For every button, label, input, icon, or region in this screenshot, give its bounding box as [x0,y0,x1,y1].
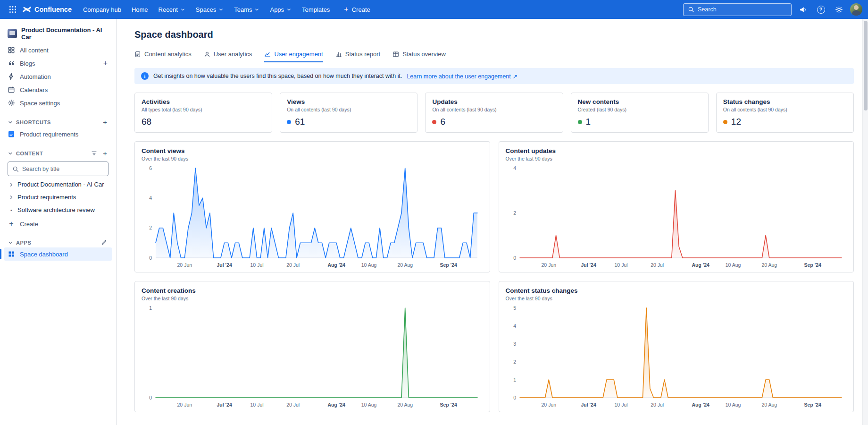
title-search-input[interactable] [22,166,104,172]
user-avatar[interactable] [850,3,862,16]
chart-line-icon [264,51,271,58]
nav-item-teams[interactable]: Teams [229,3,264,17]
tree-item-label: Software architecture review [17,206,95,213]
sidebar-item-label: Product requirements [20,131,108,138]
svg-text:0: 0 [513,395,516,400]
stat-card-activities: ActivitiesAll types total (last 90 days)… [134,93,272,133]
tab-user-analytics[interactable]: User analytics [204,51,252,62]
add-icon[interactable]: + [102,60,108,67]
space-logo [8,29,17,38]
stat-subtitle: On all contents (last 90 days) [287,107,410,112]
page-title: Space dashboard [134,29,854,40]
edit-apps-button[interactable] [100,239,108,246]
svg-text:Aug '24: Aug '24 [327,402,345,408]
info-banner: i Get insights on how valuable the users… [134,68,854,84]
space-header[interactable]: Product Documentation - AI Car [4,24,112,43]
svg-text:20 Jun: 20 Jun [541,402,556,408]
sidebar-item-product-requirements[interactable]: Product requirements [4,128,112,141]
shortcuts-section-header[interactable]: SHORTCUTS + [4,115,112,128]
chart-subtitle: Over the last 90 days [506,296,847,301]
tab-label: Content analytics [144,51,192,58]
stat-card-updates: UpdatesOn all contents (last 90 days)6 [425,93,563,133]
stat-dot [578,120,582,124]
document-icon [8,130,15,138]
help-button[interactable]: ? [814,3,827,16]
create-button[interactable]: + Create [339,2,375,17]
settings-button[interactable] [832,3,845,16]
stat-subtitle: All types total (last 90 days) [142,107,265,112]
sidebar-item-space-dashboard[interactable]: Space dashboard [4,247,112,261]
search-icon [688,6,694,13]
tab-status-overview[interactable]: Status overview [392,51,446,62]
nav-item-templates[interactable]: Templates [297,3,334,17]
add-content-button[interactable]: + [101,150,108,157]
tab-content-analytics[interactable]: Content analytics [134,51,192,62]
svg-text:20 Jul: 20 Jul [651,402,664,408]
svg-text:Sep '24: Sep '24 [804,262,821,268]
stat-dot [723,120,727,124]
sidebar-item-label: Space dashboard [20,251,108,258]
create-button-label: Create [352,6,370,13]
chart-title: Content creations [142,287,483,294]
nav-item-label: Home [132,6,148,13]
learn-more-link[interactable]: Learn more about the user engagement ↗ [407,73,517,80]
gear-icon [8,99,15,107]
svg-text:10 Jul: 10 Jul [250,402,264,408]
nav-item-spaces[interactable]: Spaces [191,3,228,17]
svg-text:5: 5 [513,305,516,311]
app-switcher-button[interactable] [6,2,20,17]
apps-section-header[interactable]: APPS [4,236,112,247]
calendar-icon [8,86,15,94]
scrollbar-thumb[interactable] [864,21,868,110]
svg-text:2: 2 [149,225,152,230]
content-tree-item-product-requirements[interactable]: Product requirements [4,191,112,204]
stat-title: Status changes [723,98,847,105]
stat-title: Activities [142,98,265,105]
dashboard-tabs: Content analyticsUser analyticsUser enga… [134,51,854,62]
chevron-right-icon [8,182,14,187]
chevron-down-icon [286,7,292,12]
announcement-button[interactable] [796,3,810,16]
content-tree-item-product-documentation-ai-car[interactable]: Product Documentation - AI Car [4,178,112,191]
content-tree-item-software-architecture-review[interactable]: •Software architecture review [4,204,112,216]
nav-item-company-hub[interactable]: Company hub [78,3,126,17]
title-search[interactable] [8,162,108,176]
page-shell: Product Documentation - AI Car All conte… [0,19,868,425]
chart-svg-content-updates: 02420 JunJul '2410 Jul20 JulAug '2410 Au… [506,163,846,270]
add-shortcut-button[interactable]: + [101,119,108,126]
content-section-header[interactable]: CONTENT + [4,146,112,159]
svg-text:10 Aug: 10 Aug [725,402,741,408]
tab-label: Status overview [402,51,446,58]
stat-value: 1 [578,117,701,127]
nav-item-apps[interactable]: Apps [265,3,296,17]
global-search[interactable] [683,3,792,16]
search-input[interactable] [698,6,787,13]
table-grid-icon [392,51,399,58]
nav-item-recent[interactable]: Recent [154,3,190,17]
chart-grid: Content viewsOver the last 90 days024620… [134,141,854,412]
sidebar-item-space-settings[interactable]: Space settings [4,96,112,110]
stat-dot [287,120,291,124]
tab-status-report[interactable]: Status report [335,51,380,62]
svg-text:Jul '24: Jul '24 [217,262,232,268]
nav-item-label: Spaces [196,6,216,13]
chart-svg-content-status-changes: 01234520 JunJul '2410 Jul20 JulAug '2410… [506,303,846,410]
content-section-label: CONTENT [16,151,43,156]
sidebar-create-button[interactable]: + Create [4,217,112,230]
sidebar-item-automation[interactable]: Automation [4,70,112,83]
stat-dot [432,120,436,124]
nav-item-home[interactable]: Home [127,3,153,17]
tab-user-engagement[interactable]: User engagement [264,51,323,62]
sidebar-item-calendars[interactable]: Calendars [4,83,112,96]
svg-text:Aug '24: Aug '24 [327,262,345,268]
stat-number: 61 [295,117,305,127]
stat-card-views: ViewsOn all contents (last 90 days)61 [280,93,417,133]
page-scrollbar[interactable] [862,19,868,425]
confluence-logo[interactable]: Confluence [23,5,72,14]
stat-subtitle: Created (last 90 days) [578,107,701,112]
content-tree: Product Documentation - AI CarProduct re… [4,178,112,216]
sidebar-item-all-content[interactable]: All content [4,43,112,57]
svg-text:10 Jul: 10 Jul [250,262,264,268]
sidebar-item-blogs[interactable]: Blogs+ [4,57,112,70]
filter-button[interactable] [90,150,99,156]
